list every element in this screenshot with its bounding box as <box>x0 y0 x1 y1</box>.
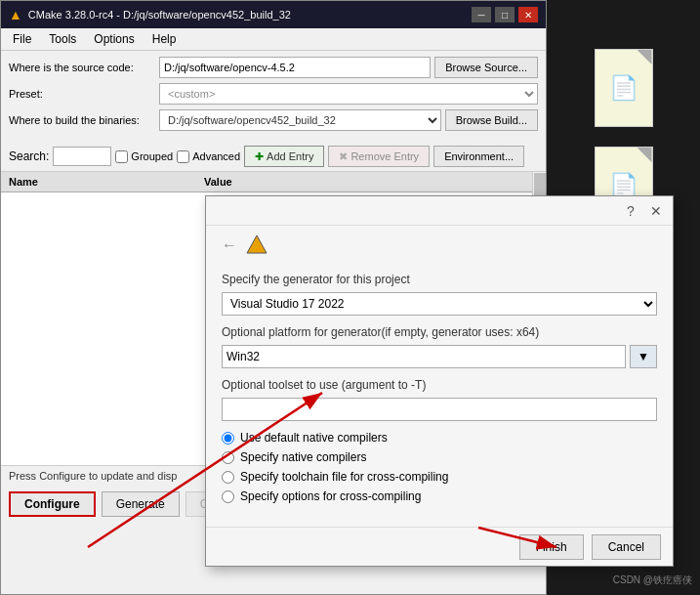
source-row: Where is the source code: Browse Source.… <box>9 57 538 78</box>
title-bar: ▲ CMake 3.28.0-rc4 - D:/jq/software/open… <box>1 1 546 28</box>
col-name-header: Name <box>9 176 204 188</box>
svg-marker-0 <box>247 235 267 253</box>
configure-button[interactable]: Configure <box>9 491 96 517</box>
menu-tools[interactable]: Tools <box>41 30 84 48</box>
dialog-nav: ← <box>206 226 673 265</box>
remove-entry-button[interactable]: ✖ Remove Entry <box>328 146 430 167</box>
source-input[interactable] <box>159 57 431 78</box>
radio-specify-native-input[interactable] <box>222 451 234 464</box>
platform-dropdown-button[interactable]: ▼ <box>630 345 657 368</box>
file-icon-1: 📄 <box>595 49 653 127</box>
window-title: CMake 3.28.0-rc4 - D:/jq/software/opencv… <box>28 9 472 21</box>
search-input[interactable] <box>53 147 111 166</box>
back-arrow-icon[interactable]: ← <box>222 236 237 254</box>
radio-toolchain[interactable]: Specify toolchain file for cross-compili… <box>222 470 657 484</box>
remove-icon: ✖ <box>339 150 348 163</box>
toolset-row <box>222 398 657 421</box>
dialog-title: ? ✕ <box>206 196 673 226</box>
platform-input[interactable] <box>222 345 626 368</box>
source-label: Where is the source code: <box>9 62 155 73</box>
preset-select[interactable]: <custom> <box>159 83 538 105</box>
radio-cross-compile[interactable]: Specify options for cross-compiling <box>222 489 657 503</box>
binaries-label: Where to build the binaries: <box>9 114 155 126</box>
preset-label: Preset: <box>9 88 155 100</box>
dialog-help-button[interactable]: ? <box>622 202 639 220</box>
table-header: Name Value <box>1 172 546 192</box>
close-button[interactable]: ✕ <box>518 7 538 22</box>
cancel-button[interactable]: Cancel <box>592 534 661 560</box>
radio-specify-native[interactable]: Specify native compilers <box>222 450 657 464</box>
grouped-checkbox[interactable] <box>115 150 128 163</box>
cmake-logo-icon: ▲ <box>9 7 22 22</box>
browse-build-button[interactable]: Browse Build... <box>445 109 538 131</box>
advanced-checkbox[interactable] <box>177 150 189 163</box>
toolset-input[interactable] <box>222 398 657 421</box>
preset-row: Preset: <custom> <box>9 83 538 105</box>
search-label: Search: <box>9 149 49 163</box>
add-entry-button[interactable]: ✚ Add Entry <box>244 146 324 167</box>
watermark: CSDN @铁疙瘩侠 <box>613 574 692 587</box>
browse-source-button[interactable]: Browse Source... <box>434 57 538 78</box>
status-text: Press Configure to update and disp <box>9 470 177 482</box>
dialog-window: ? ✕ ← Specify the generator for this pro… <box>205 195 674 567</box>
binaries-select[interactable]: D:/jq/software/opencv452_build_32 <box>159 109 441 131</box>
platform-row: ▼ <box>222 345 657 368</box>
generator-select[interactable]: Visual Studio 17 2022 <box>222 292 657 316</box>
col-value-header: Value <box>204 176 538 188</box>
menu-options[interactable]: Options <box>86 30 142 48</box>
platform-section-title: Optional platform for generator(if empty… <box>222 325 657 339</box>
finish-button[interactable]: Finish <box>519 534 584 560</box>
dialog-close-button[interactable]: ✕ <box>647 202 665 220</box>
radio-default-native-input[interactable] <box>222 432 234 445</box>
environment-button[interactable]: Environment... <box>433 146 524 167</box>
dialog-content: Specify the generator for this project V… <box>206 265 673 521</box>
advanced-checkbox-label[interactable]: Advanced <box>177 150 240 163</box>
plus-icon: ✚ <box>255 150 264 163</box>
cmake-dialog-logo <box>245 234 268 257</box>
grouped-checkbox-label[interactable]: Grouped <box>115 150 173 163</box>
generator-section-title: Specify the generator for this project <box>222 273 657 286</box>
window-controls: ─ □ ✕ <box>472 7 538 22</box>
menu-help[interactable]: Help <box>144 30 185 48</box>
toolbar: Search: Grouped Advanced ✚ Add Entry ✖ R… <box>1 142 546 172</box>
menu-bar: File Tools Options Help <box>1 28 546 51</box>
form-area: Where is the source code: Browse Source.… <box>1 51 546 142</box>
radio-cross-compile-input[interactable] <box>222 490 234 503</box>
binaries-row: Where to build the binaries: D:/jq/softw… <box>9 109 538 131</box>
dialog-footer: Finish Cancel <box>206 527 673 566</box>
maximize-button[interactable]: □ <box>495 7 515 22</box>
minimize-button[interactable]: ─ <box>472 7 491 22</box>
toolset-section-title: Optional toolset to use (argument to -T) <box>222 378 657 392</box>
radio-default-native[interactable]: Use default native compilers <box>222 431 657 445</box>
compiler-radio-group: Use default native compilers Specify nat… <box>222 431 657 503</box>
menu-file[interactable]: File <box>5 30 39 48</box>
generate-button[interactable]: Generate <box>102 491 180 517</box>
radio-toolchain-input[interactable] <box>222 471 234 484</box>
